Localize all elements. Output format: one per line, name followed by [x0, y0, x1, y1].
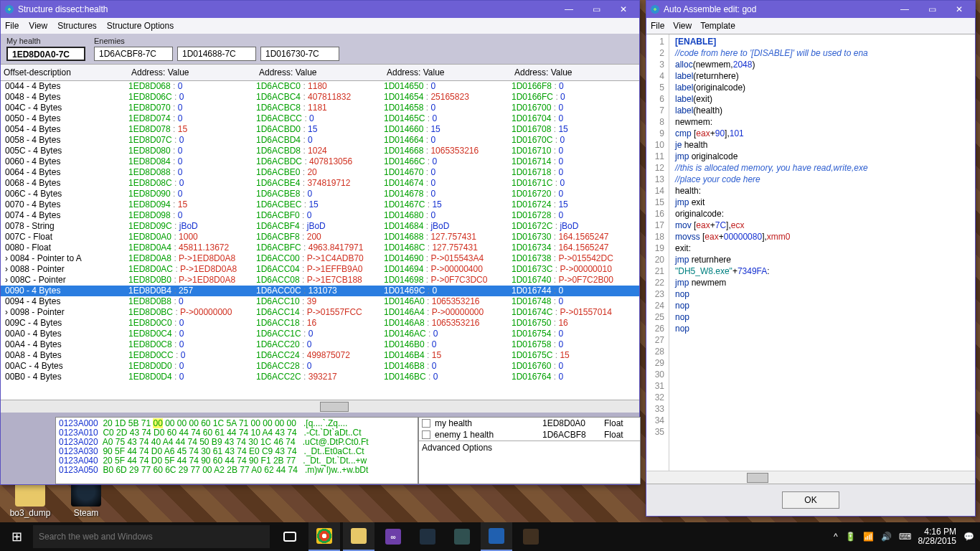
- line-gutter: 1234567891011121314151617181920212223242…: [646, 34, 669, 471]
- table-row[interactable]: 00A0 - 4 Bytes1ED8D0C4 : 01D6ACC1C : 01D…: [1, 329, 639, 339]
- table-row[interactable]: 006C - 4 Bytes1ED8D090 : 01D6ACBE8 : 01D…: [1, 189, 639, 199]
- scroll-thumb[interactable]: [320, 402, 349, 412]
- keyboard-icon[interactable]: ⌨: [899, 532, 911, 542]
- system-tray: ^ 🔋 📶 🔊 ⌨ 4:16 PM 8/28/2015 💬: [828, 527, 980, 546]
- menu-file[interactable]: File: [5, 21, 19, 31]
- table-row[interactable]: 0054 - 4 Bytes1ED8D078 : 151D6ACBD0 : 15…: [1, 124, 639, 135]
- watch-row[interactable]: enemy 1 health1D6ACBF8Float: [419, 429, 640, 441]
- ce-icon: [4, 4, 15, 15]
- hex-pane[interactable]: 0123A000 20 1D 5B 71 00 00 00 00 60 1C 5…: [55, 417, 418, 484]
- app-icon-2[interactable]: [446, 522, 478, 551]
- table-row[interactable]: 005C - 4 Bytes1ED8D080 : 01D6ACBD8 : 102…: [1, 146, 639, 156]
- table-row[interactable]: 0044 - 4 Bytes1ED8D068 : 01D6ACBC0 : 118…: [1, 81, 639, 92]
- checkbox[interactable]: [422, 430, 430, 439]
- menu-view[interactable]: View: [29, 21, 47, 31]
- volume-icon[interactable]: 🔊: [881, 532, 892, 542]
- my-health-label: My health: [6, 37, 85, 45]
- bottom-panes: 0123A000 20 1D 5B 71 00 00 00 00 60 1C 5…: [55, 417, 641, 484]
- close-button[interactable]: ✕: [946, 2, 972, 17]
- table-row[interactable]: 0070 - 4 Bytes1ED8D094 : 151D6ACBEC : 15…: [1, 199, 639, 210]
- table-row[interactable]: 0064 - 4 Bytes1ED8D088 : 01D6ACBE0 : 201…: [1, 167, 639, 178]
- enemy-input-1[interactable]: 1D6ACBF8-7C: [94, 47, 173, 61]
- table-row[interactable]: › 0088 - Pointer1ED8D0AC : P->1ED8D0A81D…: [1, 264, 639, 275]
- ok-button[interactable]: OK: [782, 491, 839, 509]
- sd-titlebar[interactable]: Structure dissect:health — ▭ ✕: [1, 1, 639, 18]
- code-editor[interactable]: 1234567891011121314151617181920212223242…: [646, 34, 975, 471]
- icon-label: bo3_dump: [9, 508, 52, 518]
- table-row[interactable]: 007C - Float1ED8D0A0 : 10001D6ACBF8 : 20…: [1, 232, 639, 242]
- table-row[interactable]: 0058 - 4 Bytes1ED8D07C : 01D6ACBD4 : 01D…: [1, 135, 639, 146]
- h-scrollbar[interactable]: [1, 400, 639, 413]
- explorer-icon[interactable]: [343, 522, 374, 551]
- table-row[interactable]: 0060 - 4 Bytes1ED8D084 : 01D6ACBDC : 407…: [1, 156, 639, 167]
- chrome-icon[interactable]: [308, 522, 340, 551]
- maximize-button[interactable]: ▭: [583, 2, 609, 17]
- auto-assemble-window: Auto Assemble edit: god — ▭ ✕ File View …: [646, 0, 976, 517]
- table-row[interactable]: 0080 - Float1ED8D0A4 : 45811.136721D6ACB…: [1, 242, 639, 253]
- vs-icon[interactable]: ∞: [377, 522, 409, 551]
- close-button[interactable]: ✕: [611, 2, 636, 17]
- checkbox[interactable]: [422, 419, 430, 428]
- table-row[interactable]: 004C - 4 Bytes1ED8D070 : 01D6ACBC8 : 118…: [1, 103, 639, 113]
- table-row[interactable]: 0068 - 4 Bytes1ED8D08C : 01D6ACBE4 : 374…: [1, 178, 639, 189]
- table-row[interactable]: 009C - 4 Bytes1ED8D0C0 : 01D6ACC18 : 161…: [1, 318, 639, 329]
- table-row[interactable]: 0074 - 4 Bytes1ED8D098 : 01D6ACBF0 : 01D…: [1, 210, 639, 221]
- sd-menubar: File View Structures Structure Options: [1, 18, 639, 34]
- header-av1[interactable]: Address: Value: [128, 66, 256, 79]
- header-offset[interactable]: Offset-description: [1, 66, 128, 79]
- watch-row[interactable]: my health1ED8D0A0Float: [419, 418, 640, 429]
- battery-icon[interactable]: 🔋: [845, 532, 856, 542]
- maximize-button[interactable]: ▭: [919, 2, 945, 17]
- ce-icon: [649, 4, 661, 15]
- menu-template[interactable]: Template: [700, 21, 735, 31]
- cheat-engine-icon[interactable]: [481, 522, 512, 551]
- table-row[interactable]: › 0084 - Pointer to A1ED8D0A8 : P->1ED8D…: [1, 253, 639, 264]
- table-row[interactable]: 0094 - 4 Bytes1ED8D0B8 : 01D6ACC10 : 391…: [1, 296, 639, 307]
- wifi-icon[interactable]: 📶: [863, 532, 874, 542]
- header-av2[interactable]: Address: Value: [256, 66, 384, 79]
- table-row[interactable]: 0048 - 4 Bytes1ED8D06C : 01D6ACBC4 : 407…: [1, 92, 639, 103]
- button-row: OK: [646, 484, 975, 516]
- minimize-button[interactable]: —: [892, 2, 918, 17]
- menu-file[interactable]: File: [651, 21, 664, 31]
- code-h-scrollbar[interactable]: [646, 471, 975, 484]
- tray-chevron-icon[interactable]: ^: [834, 532, 838, 542]
- menu-structure-options[interactable]: Structure Options: [107, 21, 174, 31]
- table-row[interactable]: 00A8 - 4 Bytes1ED8D0CC : 01D6ACC24 : 499…: [1, 350, 639, 361]
- watch-pane: my health1ED8D0A0Floatenemy 1 health1D6A…: [418, 417, 641, 484]
- search-input[interactable]: [33, 525, 270, 548]
- taskbar: ⊞ ∞ ^ 🔋 📶 🔊 ⌨ 4:16 PM 8/28/2015 💬: [0, 522, 980, 551]
- column-headers: Offset-description Address: Value Addres…: [1, 64, 639, 81]
- aa-title: Auto Assemble edit: god: [664, 4, 890, 14]
- header-av3[interactable]: Address: Value: [384, 66, 512, 79]
- code-text[interactable]: [ENABLE]//code from here to '[DISABLE]' …: [669, 34, 975, 471]
- enemy-input-3[interactable]: 1D016730-7C: [260, 47, 339, 61]
- table-row[interactable]: 0078 - String1ED8D09C : jBoD1D6ACBF4 : j…: [1, 221, 639, 232]
- task-view-icon[interactable]: [274, 522, 306, 551]
- data-rows[interactable]: 0044 - 4 Bytes1ED8D068 : 01D6ACBC0 : 118…: [1, 81, 639, 400]
- clock[interactable]: 4:16 PM 8/28/2015: [918, 527, 956, 546]
- enemy-input-2[interactable]: 1D014688-7C: [177, 47, 256, 61]
- notifications-icon[interactable]: 💬: [963, 532, 974, 542]
- advanced-options[interactable]: Advanced Options: [419, 441, 640, 454]
- header-av4[interactable]: Address: Value: [512, 66, 639, 79]
- taskbar-icons: ∞: [274, 522, 547, 551]
- minimize-button[interactable]: —: [556, 2, 582, 17]
- menu-view[interactable]: View: [673, 21, 692, 31]
- table-row[interactable]: 00A4 - 4 Bytes1ED8D0C8 : 01D6ACC20 : 01D…: [1, 339, 639, 350]
- table-row[interactable]: 00AC - 4 Bytes1ED8D0D0 : 01D6ACC28 : 01D…: [1, 361, 639, 372]
- my-health-input[interactable]: 1ED8D0A0-7C: [6, 47, 85, 61]
- aa-titlebar[interactable]: Auto Assemble edit: god — ▭ ✕: [646, 1, 975, 18]
- game-icon[interactable]: [515, 522, 547, 551]
- menu-structures[interactable]: Structures: [57, 21, 97, 31]
- table-row[interactable]: › 008C - Pointer1ED8D0B0 : P->1ED8D0A81D…: [1, 275, 639, 286]
- date: 8/28/2015: [918, 537, 956, 546]
- table-row[interactable]: › 0098 - Pointer1ED8D0BC : P->000000001D…: [1, 307, 639, 318]
- app-icon-1[interactable]: [412, 522, 443, 551]
- scroll-thumb[interactable]: [747, 473, 768, 483]
- start-button[interactable]: ⊞: [0, 522, 33, 551]
- table-row[interactable]: 0090 - 4 Bytes1ED8D0B4 : 2571D6ACC0C : 1…: [1, 286, 639, 296]
- table-row[interactable]: 00B0 - 4 Bytes1ED8D0D4 : 01D6ACC2C : 393…: [1, 372, 639, 382]
- structure-dissect-window: Structure dissect:health — ▭ ✕ File View…: [0, 0, 640, 485]
- table-row[interactable]: 0050 - 4 Bytes1ED8D074 : 01D6ACBCC : 01D…: [1, 113, 639, 124]
